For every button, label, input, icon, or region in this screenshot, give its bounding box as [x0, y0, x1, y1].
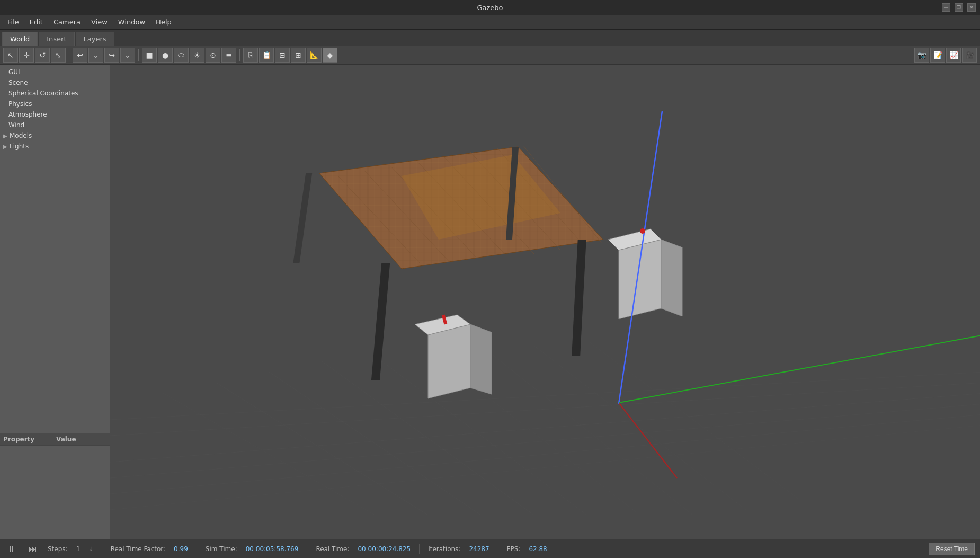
toolbar-separator: [138, 49, 139, 61]
rtf-value: 0.99: [174, 545, 188, 553]
main-layout: GUISceneSpherical CoordinatesPhysicsAtmo…: [0, 65, 980, 539]
toolbar-align-button[interactable]: ⊟: [275, 48, 290, 63]
fps-label: FPS:: [507, 545, 521, 553]
menu-item-view[interactable]: View: [86, 16, 113, 28]
status-sep-5: [498, 544, 498, 554]
toolbar-plot-button[interactable]: 📈: [946, 48, 961, 63]
value-col-header: Value: [56, 436, 76, 443]
tab-world[interactable]: World: [2, 32, 38, 46]
toolbar-video-button[interactable]: 🎥: [962, 48, 977, 63]
toolbar: ↖✛↺⤡↩⌄↪⌄■●⬭☀⊙≡⎘📋⊟⊞📐◆📷📝📈🎥: [0, 46, 980, 65]
pause-button[interactable]: ⏸: [5, 543, 18, 555]
toolbar-redo-arrow-button[interactable]: ⌄: [120, 48, 135, 63]
toolbar-sphere-button[interactable]: ●: [158, 48, 173, 63]
svg-rect-27: [572, 240, 586, 356]
properties-header: Property Value: [0, 433, 110, 446]
reset-time-button[interactable]: Reset Time: [929, 543, 975, 555]
toolbar-separator: [69, 49, 69, 61]
menu-item-file[interactable]: File: [2, 16, 24, 28]
menu-item-camera[interactable]: Camera: [48, 16, 86, 28]
menu-item-window[interactable]: Window: [113, 16, 150, 28]
toolbar-undo-arrow-button[interactable]: ⌄: [88, 48, 103, 63]
sim-time-value: 00 00:05:58.769: [246, 545, 299, 553]
toolbar-orange-button[interactable]: ◆: [323, 48, 337, 63]
svg-line-5: [110, 372, 980, 420]
toolbar-scale-button[interactable]: ⤡: [51, 48, 66, 63]
toolbar-undo-button[interactable]: ↩: [73, 48, 87, 63]
property-col-header: Property: [3, 436, 56, 443]
restore-button[interactable]: ❐: [955, 3, 963, 12]
tree-item-gui[interactable]: GUI: [0, 67, 110, 77]
svg-line-14: [163, 393, 375, 515]
toolbar-log-button[interactable]: 📝: [930, 48, 945, 63]
tree-item-models[interactable]: ▶ Models: [0, 130, 110, 141]
real-time-value: 00 00:00:24.825: [358, 545, 411, 553]
tree-item-scene[interactable]: Scene: [0, 77, 110, 88]
status-sep-4: [419, 544, 420, 554]
toolbar-right: 📷📝📈🎥: [914, 48, 977, 63]
status-sep-1: [102, 544, 102, 554]
viewport[interactable]: [110, 65, 980, 539]
svg-line-4: [110, 383, 980, 436]
close-button[interactable]: ✕: [967, 3, 976, 12]
steps-arrow: ↓: [88, 546, 93, 552]
properties-panel: Property Value: [0, 433, 110, 539]
left-panel: GUISceneSpherical CoordinatesPhysicsAtmo…: [0, 65, 110, 539]
status-sep-2: [197, 544, 197, 554]
real-time-label: Real Time:: [316, 545, 349, 553]
tab-layers[interactable]: Layers: [76, 32, 114, 46]
tab-insert[interactable]: Insert: [39, 32, 74, 46]
toolbar-snap-button[interactable]: ⊞: [291, 48, 306, 63]
toolbar-redo-button[interactable]: ↪: [104, 48, 119, 63]
toolbar-screenshot-button[interactable]: 📷: [914, 48, 929, 63]
menu-item-help[interactable]: Help: [150, 16, 177, 28]
svg-rect-28: [293, 173, 312, 263]
tabs-row: WorldInsertLayers: [0, 30, 980, 46]
grid-overlay: [110, 65, 980, 539]
toolbar-separator: [239, 49, 240, 61]
toolbar-measure-button[interactable]: 📐: [307, 48, 322, 63]
title-bar: Gazebo — ❐ ✕: [0, 0, 980, 15]
svg-marker-32: [470, 324, 492, 394]
svg-line-6: [216, 383, 428, 515]
iterations-label: Iterations:: [428, 545, 460, 553]
tree-item-physics[interactable]: Physics: [0, 99, 110, 109]
toolbar-spotlight-button[interactable]: ⊙: [206, 48, 220, 63]
minimize-button[interactable]: —: [942, 3, 950, 12]
toolbar-copy-button[interactable]: ⎘: [243, 48, 258, 63]
toolbar-translate-button[interactable]: ✛: [19, 48, 34, 63]
world-tree: GUISceneSpherical CoordinatesPhysicsAtmo…: [0, 65, 110, 433]
app-title: Gazebo: [477, 4, 503, 12]
iterations-value: 24287: [469, 545, 489, 553]
menu-bar: FileEditCameraViewWindowHelp: [0, 15, 980, 30]
toolbar-pointlight-button[interactable]: ☀: [190, 48, 204, 63]
toolbar-rotate-button[interactable]: ↺: [35, 48, 50, 63]
svg-point-37: [640, 228, 645, 234]
svg-line-13: [587, 340, 799, 499]
svg-marker-35: [661, 240, 682, 316]
tree-arrow-lights: ▶: [3, 144, 10, 149]
rtf-label: Real Time Factor:: [111, 545, 165, 553]
svg-line-1: [110, 404, 980, 478]
svg-marker-30: [428, 324, 470, 398]
step-button[interactable]: ⏭: [26, 543, 39, 555]
tree-item-atmosphere[interactable]: Atmosphere: [0, 109, 110, 120]
toolbar-box-button[interactable]: ■: [142, 48, 157, 63]
tree-arrow-models: ▶: [3, 133, 10, 139]
toolbar-paste-button[interactable]: 📋: [259, 48, 274, 63]
menu-item-edit[interactable]: Edit: [24, 16, 48, 28]
svg-rect-26: [371, 263, 390, 380]
tree-item-wind[interactable]: Wind: [0, 120, 110, 130]
window-controls: — ❐ ✕: [942, 3, 976, 12]
steps-value: 1: [76, 545, 81, 553]
toolbar-select-button[interactable]: ↖: [3, 48, 18, 63]
tree-item-lights[interactable]: ▶ Lights: [0, 141, 110, 152]
toolbar-cylinder-button[interactable]: ⬭: [174, 48, 189, 63]
toolbar-directionallight-button[interactable]: ≡: [221, 48, 236, 63]
sim-time-label: Sim Time:: [206, 545, 237, 553]
svg-line-12: [534, 346, 746, 510]
tree-item-spherical-coords[interactable]: Spherical Coordinates: [0, 88, 110, 99]
status-bar: ⏸ ⏭ Steps: 1 ↓ Real Time Factor: 0.99 Si…: [0, 539, 980, 558]
status-sep-3: [307, 544, 307, 554]
svg-line-2: [110, 414, 980, 494]
